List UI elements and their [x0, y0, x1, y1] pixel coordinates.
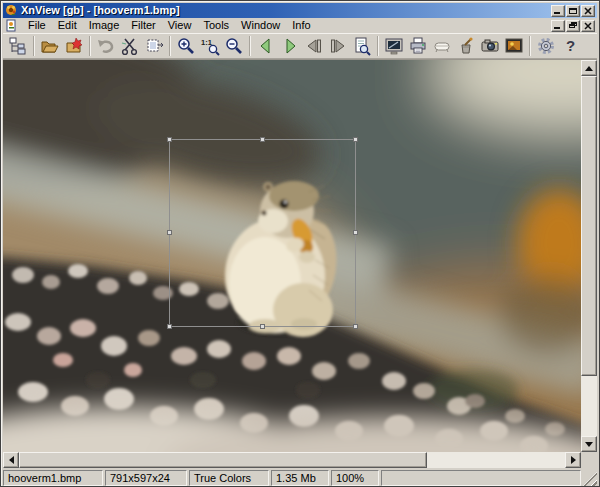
close-icon [584, 6, 593, 16]
undo-icon [96, 36, 116, 56]
minimize-icon [554, 12, 560, 14]
zoom-in-icon [176, 36, 196, 56]
print-icon [408, 36, 428, 56]
scroll-left-button[interactable] [3, 452, 19, 468]
options-button[interactable] [534, 35, 558, 58]
menu-file[interactable]: File [22, 18, 52, 33]
crop-button[interactable] [142, 35, 166, 58]
right-arrow-icon [571, 456, 580, 464]
save-button[interactable] [62, 35, 86, 58]
mdi-close-button[interactable] [581, 20, 595, 32]
document-icon [5, 19, 18, 32]
xnview-app-icon [5, 4, 18, 17]
status-dimensions: 791x597x24 [105, 470, 187, 486]
selection-rect[interactable] [169, 139, 356, 327]
cut-scissors-icon [120, 36, 140, 56]
menu-tools[interactable]: Tools [197, 18, 235, 33]
print-button[interactable] [406, 35, 430, 58]
fullscreen-button[interactable] [382, 35, 406, 58]
scroll-right-button[interactable] [565, 452, 581, 468]
selection-handle-br[interactable] [353, 324, 358, 329]
selection-handle-mr[interactable] [353, 230, 358, 235]
cup-icon [456, 36, 476, 56]
previous-button[interactable] [254, 35, 278, 58]
previous-arrow-icon [256, 36, 276, 56]
menubar: File Edit Image Filter View Tools Window… [3, 18, 597, 33]
maximize-button[interactable] [566, 5, 580, 17]
scroll-down-button[interactable] [581, 436, 597, 452]
next-arrow-icon [280, 36, 300, 56]
zoom-actual-icon: 1:1 [200, 36, 220, 56]
up-arrow-icon [585, 62, 593, 71]
horizontal-scrollbar[interactable] [3, 452, 581, 468]
preview-page-icon [352, 36, 372, 56]
selection-handle-bl[interactable] [167, 324, 172, 329]
hscroll-row [3, 452, 597, 468]
toolbar-separator [33, 36, 35, 56]
selection-handle-tl[interactable] [167, 137, 172, 142]
status-filesize: 1.35 Mb [271, 470, 329, 486]
preview-button[interactable] [350, 35, 374, 58]
menu-window[interactable]: Window [235, 18, 286, 33]
horizontal-scroll-thumb[interactable] [19, 452, 427, 468]
menu-info[interactable]: Info [286, 18, 316, 33]
close-button[interactable] [581, 5, 595, 17]
left-arrow-icon [5, 456, 14, 464]
batch-convert-button[interactable] [454, 35, 478, 58]
selection-handle-bm[interactable] [260, 324, 265, 329]
mdi-restore-button[interactable] [566, 20, 580, 32]
zoom-actual-button[interactable]: 1:1 [198, 35, 222, 58]
save-folder-icon [64, 36, 84, 56]
open-folder-icon [40, 36, 60, 56]
next-button[interactable] [278, 35, 302, 58]
zoom-in-button[interactable] [174, 35, 198, 58]
first-button[interactable] [302, 35, 326, 58]
zoom-out-button[interactable] [222, 35, 246, 58]
status-colordepth: True Colors [189, 470, 269, 486]
slideshow-icon [504, 36, 524, 56]
toolbar-separator [529, 36, 531, 56]
status-filename: hooverm1.bmp [3, 470, 103, 486]
vertical-scrollbar[interactable] [581, 60, 597, 452]
toolbar-separator [89, 36, 91, 56]
image-canvas[interactable] [3, 60, 581, 453]
selection-handle-ml[interactable] [167, 230, 172, 235]
browse-button[interactable] [6, 35, 30, 58]
zoom-out-icon [224, 36, 244, 56]
viewport-row [3, 59, 597, 452]
titlebar[interactable]: XnView [gb] - [hooverm1.bmp] [3, 3, 597, 18]
menu-image[interactable]: Image [83, 18, 126, 33]
scrollbar-corner [581, 452, 597, 468]
selection-handle-tm[interactable] [260, 137, 265, 142]
browse-icon [8, 36, 28, 56]
resize-grip[interactable] [583, 472, 597, 486]
capture-button[interactable] [478, 35, 502, 58]
slideshow-button[interactable] [502, 35, 526, 58]
toolbar-separator [377, 36, 379, 56]
open-button[interactable] [38, 35, 62, 58]
menu-edit[interactable]: Edit [52, 18, 83, 33]
menu-view[interactable]: View [162, 18, 198, 33]
down-arrow-icon [585, 442, 593, 451]
vertical-scroll-thumb[interactable] [581, 76, 597, 376]
last-arrow-icon [328, 36, 348, 56]
undo-button[interactable] [94, 35, 118, 58]
minimize-button[interactable] [551, 5, 565, 17]
window-title: XnView [gb] - [hooverm1.bmp] [21, 3, 548, 18]
fullscreen-icon [384, 36, 404, 56]
scroll-up-button[interactable] [581, 60, 597, 76]
cut-button[interactable] [118, 35, 142, 58]
camera-icon [480, 36, 500, 56]
toolbar-separator [169, 36, 171, 56]
xnview-window: XnView [gb] - [hooverm1.bmp] File Edit I… [0, 0, 600, 487]
help-icon: ? [560, 36, 580, 56]
svg-text:?: ? [566, 37, 575, 54]
mdi-minimize-button[interactable] [551, 20, 565, 32]
selection-handle-tr[interactable] [353, 137, 358, 142]
status-empty [381, 470, 581, 486]
mdi-minimize-icon [554, 27, 560, 29]
menu-filter[interactable]: Filter [125, 18, 161, 33]
help-button[interactable]: ? [558, 35, 582, 58]
last-button[interactable] [326, 35, 350, 58]
scan-button[interactable] [430, 35, 454, 58]
